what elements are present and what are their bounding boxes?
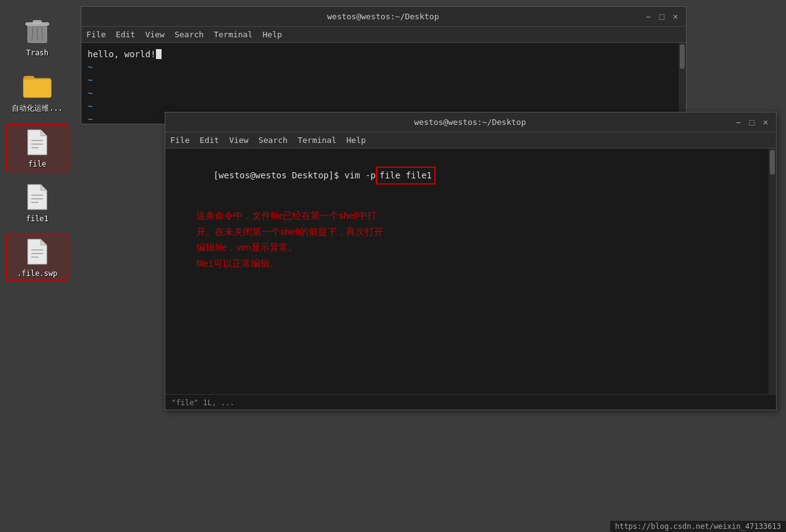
terminal-2-scrollbar-thumb — [770, 150, 775, 175]
terminal-2-menubar: File Edit View Search Terminal Help — [165, 132, 776, 149]
terminal-1-line-4: ~ — [88, 87, 680, 100]
folder-automation-label: 自动化运维... — [12, 103, 63, 114]
terminal-2-menu-terminal[interactable]: Terminal — [298, 135, 337, 145]
terminal-1-menu-terminal[interactable]: Terminal — [214, 30, 253, 39]
annotation-line-1: 这条命令中，文件file已经在第一个shell中打 — [196, 208, 770, 224]
file1-icon-item[interactable]: file1 — [6, 178, 68, 227]
terminal-1-line-2: ~ — [88, 61, 680, 74]
annotation-line-3: 编辑file，vim显示异常。 — [196, 239, 770, 255]
terminal-1-controls: − □ × — [642, 11, 681, 22]
terminal-1-line-5: ~ — [88, 100, 680, 113]
terminal-1-menu-view[interactable]: View — [145, 30, 165, 39]
terminal-2-menu-view[interactable]: View — [229, 135, 249, 145]
terminal-1-menu-edit[interactable]: Edit — [116, 30, 135, 39]
terminal-2-menu-search[interactable]: Search — [258, 135, 288, 145]
file-icon-item[interactable]: file — [6, 124, 68, 172]
file1-label: file1 — [26, 214, 48, 223]
terminal-2-command-pre: vim -p — [339, 170, 376, 180]
terminal-2-controls: − □ × — [733, 117, 771, 128]
terminal-2-status-text: "file" 1L, ... — [171, 398, 234, 407]
terminal-2-minimize-button[interactable]: − — [733, 117, 744, 128]
terminal-window-2: westos@westos:~/Desktop − □ × File Edit … — [165, 112, 777, 410]
file-icon — [22, 127, 52, 157]
file1-icon — [22, 182, 52, 212]
terminal-2-content[interactable]: [westos@westos Desktop]$ vim -pfile file… — [165, 149, 776, 394]
folder-automation-icon-item[interactable]: 自动化运维... — [6, 67, 68, 117]
file-label: file — [29, 160, 47, 168]
terminal-1-menubar: File Edit View Search Terminal Help — [81, 27, 686, 43]
terminal-2-titlebar: westos@westos:~/Desktop − □ × — [165, 112, 776, 132]
desktop: Trash 自动化运维... — [0, 0, 786, 532]
file-swp-icon — [22, 237, 52, 267]
terminal-2-command-highlight: file file1 — [376, 167, 436, 185]
terminal-2-scrollbar[interactable] — [769, 149, 776, 394]
file-swp-label: .file.swp — [17, 269, 57, 278]
terminal-window-1: westos@westos:~/Desktop − □ × File Edit … — [81, 6, 687, 124]
terminal-2-close-button[interactable]: × — [760, 117, 771, 128]
desktop-icons-sidebar: Trash 自动化运维... — [0, 0, 75, 532]
terminal-2-menu-edit[interactable]: Edit — [199, 135, 219, 145]
file-swp-icon-item[interactable]: .file.swp — [6, 233, 68, 282]
trash-icon — [22, 16, 52, 46]
folder-icon — [22, 71, 52, 101]
terminal-1-menu-file[interactable]: File — [86, 30, 106, 39]
url-bar: https://blog.csdn.net/weixin_47133613 — [610, 521, 786, 532]
trash-icon-item[interactable]: Trash — [6, 12, 68, 61]
terminal-2-title: westos@westos:~/Desktop — [208, 117, 733, 127]
terminal-2-menu-help[interactable]: Help — [347, 135, 366, 145]
terminal-2-command-line: [westos@westos Desktop]$ vim -pfile file… — [171, 154, 770, 198]
terminal-2-status-bar: "file" 1L, ... — [165, 394, 776, 410]
terminal-2-prompt: [westos@westos Desktop]$ — [213, 170, 339, 180]
terminal-1-menu-search[interactable]: Search — [175, 30, 204, 39]
svg-rect-2 — [33, 21, 42, 23]
terminal-1-scrollbar-thumb — [680, 44, 685, 69]
terminal-1-line-1: hello, world! — [88, 48, 680, 61]
terminal-1-line-3: ~ — [88, 74, 680, 87]
svg-rect-6 — [24, 80, 52, 98]
terminal-1-close-button[interactable]: × — [670, 11, 681, 22]
terminal-1-titlebar: westos@westos:~/Desktop − □ × — [81, 7, 686, 27]
annotation-line-4: file1可以正常编辑。 — [196, 255, 770, 272]
trash-label: Trash — [26, 48, 48, 57]
terminal-1-menu-help[interactable]: Help — [263, 30, 282, 39]
terminal-1-maximize-button[interactable]: □ — [656, 11, 667, 22]
terminal-1-title: westos@westos:~/Desktop — [124, 12, 642, 21]
annotation-line-2: 开。在未关闭第一个shell的前提下，再次打开 — [196, 224, 770, 240]
url-text: https://blog.csdn.net/weixin_47133613 — [615, 522, 781, 531]
terminal-2-annotation: 这条命令中，文件file已经在第一个shell中打 开。在未关闭第一个shell… — [196, 208, 770, 271]
terminal-1-minimize-button[interactable]: − — [642, 11, 654, 22]
terminal-2-menu-file[interactable]: File — [170, 135, 190, 145]
terminal-2-maximize-button[interactable]: □ — [746, 117, 757, 128]
